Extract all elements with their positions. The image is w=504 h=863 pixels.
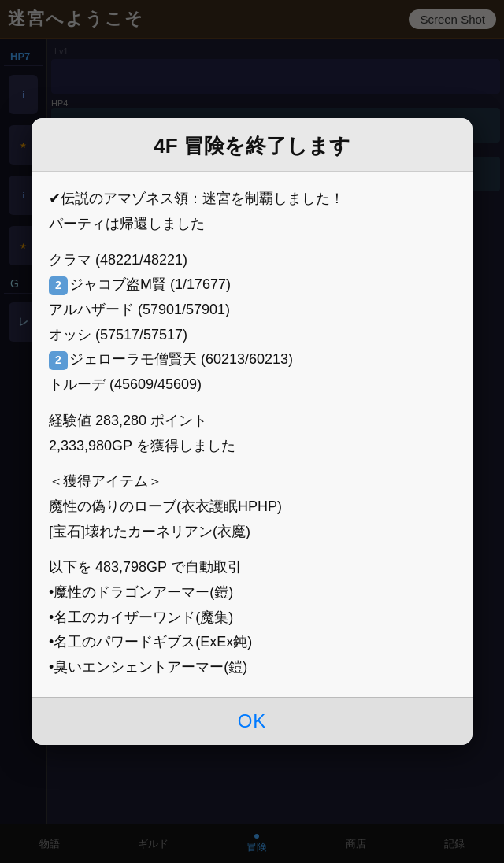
party-member-3: アルハザード (57901/57901): [49, 298, 455, 322]
modal-dialog: 4F 冒険を終了します ✔伝説のアマゾネス領：迷宮を制覇しました！ パーティは帰…: [32, 118, 472, 744]
party-member-6: トルーデ (45609/45609): [49, 373, 455, 397]
items-section: ＜獲得アイテム＞ 魔性の偽りのローブ(衣衣護眠HPHP) [宝石]壊れたカーネリ…: [49, 470, 455, 543]
badge-2-icon-2: 2: [49, 351, 68, 370]
trade-item-3: •名工のパワードギブス(ExEx鈍): [49, 631, 455, 654]
trade-item-4: •臭いエンシェントアーマー(鎧): [49, 656, 455, 680]
party-member-2: 2ジャコブ盗M賢 (1/17677): [49, 273, 455, 297]
party-member-1: クラマ (48221/48221): [49, 249, 455, 272]
result-line1: ✔伝説のアマゾネス領：迷宮を制覇しました！: [49, 187, 455, 211]
result-line2: パーティは帰還しました: [49, 213, 455, 236]
modal-title: 4F 冒険を終了します: [32, 118, 472, 172]
exp-section: 経験値 283,280 ポイント 2,333,980GP を獲得しました: [49, 409, 455, 457]
item-2: [宝石]壊れたカーネリアン(衣魔): [49, 520, 455, 544]
modal-overlay: 4F 冒険を終了します ✔伝説のアマゾネス領：迷宮を制覇しました！ パーティは帰…: [0, 0, 504, 863]
trade-item-1: •魔性のドラゴンアーマー(鎧): [49, 581, 455, 605]
exp-line1: 経験値 283,280 ポイント: [49, 409, 455, 433]
party-member-5: 2ジェローラモ僧賢天 (60213/60213): [49, 348, 455, 372]
items-header: ＜獲得アイテム＞: [49, 470, 455, 494]
item-1: 魔性の偽りのローブ(衣衣護眠HPHP): [49, 495, 455, 519]
party-section: クラマ (48221/48221) 2ジャコブ盗M賢 (1/17677) アルハ…: [49, 249, 455, 397]
trade-section: 以下を 483,798GP で自動取引 •魔性のドラゴンアーマー(鎧) •名工の…: [49, 556, 455, 679]
trade-header: 以下を 483,798GP で自動取引: [49, 556, 455, 580]
ok-button[interactable]: OK: [32, 697, 472, 745]
exp-line2: 2,333,980GP を獲得しました: [49, 435, 455, 458]
party-member-4: オッシ (57517/57517): [49, 324, 455, 347]
trade-item-2: •名工のカイザーワンド(魔集): [49, 606, 455, 630]
badge-2-icon-1: 2: [49, 276, 68, 295]
modal-body: ✔伝説のアマゾネス領：迷宮を制覇しました！ パーティは帰還しました クラマ (4…: [32, 172, 472, 696]
